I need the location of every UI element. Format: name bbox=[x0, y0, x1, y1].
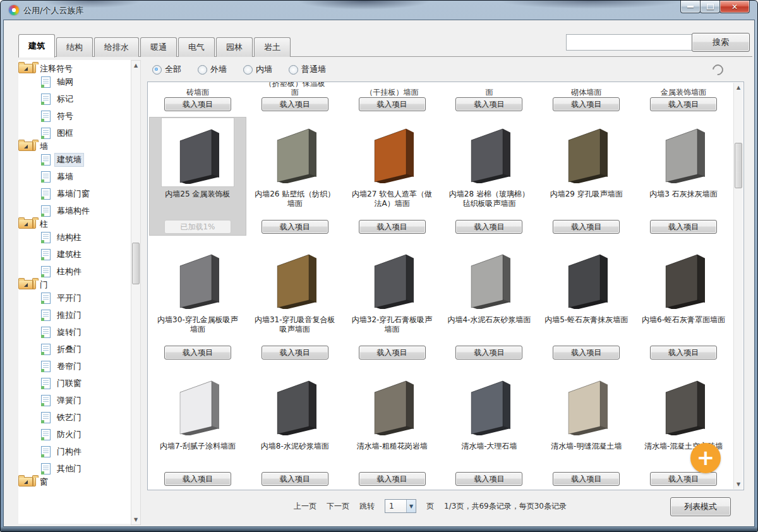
filter-option[interactable]: 内墙 bbox=[243, 64, 272, 75]
wall-thumbnail[interactable] bbox=[649, 119, 718, 184]
minimize-button[interactable] bbox=[680, 1, 701, 13]
tree-item[interactable]: 门联窗 bbox=[18, 375, 131, 392]
load-project-button[interactable]: 载入项目 bbox=[650, 472, 717, 486]
tab-item[interactable]: 园林 bbox=[216, 37, 253, 57]
wall-thumbnail[interactable] bbox=[260, 371, 330, 437]
add-button[interactable]: + bbox=[690, 443, 721, 473]
load-project-button[interactable]: 载入项目 bbox=[262, 346, 328, 360]
tree-item[interactable]: 幕墙构件 bbox=[18, 202, 131, 219]
scroll-up-icon[interactable]: ▲ bbox=[131, 61, 140, 70]
prev-page-link[interactable]: 上一页 bbox=[294, 501, 316, 512]
radio-icon[interactable] bbox=[198, 65, 207, 75]
wall-thumbnail[interactable] bbox=[260, 245, 330, 310]
family-cell[interactable]: 内墙25 金属装饰板已加载1% bbox=[150, 118, 246, 235]
tree-folder[interactable]: 窗 bbox=[18, 477, 36, 487]
load-project-button[interactable]: 载入项目 bbox=[455, 346, 522, 360]
load-project-button[interactable]: 载入项目 bbox=[262, 97, 328, 111]
tab-item[interactable]: 暖通 bbox=[140, 37, 177, 57]
radio-icon[interactable] bbox=[152, 65, 162, 75]
tree-folder[interactable]: 墙 bbox=[18, 142, 36, 151]
scroll-down-icon[interactable]: ▼ bbox=[131, 515, 140, 524]
scrollbar-thumb[interactable] bbox=[735, 143, 742, 188]
tree-item[interactable]: 推拉门 bbox=[18, 306, 131, 323]
tree-item[interactable]: 柱构件 bbox=[18, 263, 131, 280]
page-select[interactable]: 1 ▼ bbox=[385, 499, 416, 513]
wall-thumbnail[interactable] bbox=[649, 245, 718, 310]
family-cell[interactable]: （挤塑板）保温板面载入项目 bbox=[247, 83, 343, 112]
family-cell[interactable]: 金属装饰墙面载入项目 bbox=[635, 83, 731, 112]
load-project-button[interactable]: 载入项目 bbox=[262, 220, 328, 234]
family-cell[interactable]: 清水墙-大理石墙载入项目 bbox=[441, 370, 537, 487]
family-cell[interactable]: 内墙7-刮腻子涂料墙面载入项目 bbox=[150, 370, 246, 487]
tab-item[interactable]: 结构 bbox=[56, 37, 93, 57]
wall-thumbnail[interactable] bbox=[649, 371, 718, 437]
close-button[interactable]: ✕ bbox=[719, 1, 750, 13]
load-project-button[interactable]: 载入项目 bbox=[650, 97, 717, 111]
load-project-button[interactable]: 载入项目 bbox=[455, 220, 522, 234]
tree-item[interactable]: 幕墙门窗 bbox=[18, 185, 131, 202]
wall-thumbnail[interactable] bbox=[454, 119, 524, 184]
family-cell[interactable]: 内墙6-蛭石灰膏罩面墙面载入项目 bbox=[635, 243, 731, 361]
tab-item[interactable]: 给排水 bbox=[94, 37, 139, 57]
load-project-button[interactable]: 载入项目 bbox=[359, 97, 426, 111]
tree-item[interactable]: 符号 bbox=[18, 107, 131, 124]
family-cell[interactable]: 内墙3 石灰抹灰墙面载入项目 bbox=[635, 118, 731, 235]
filter-option[interactable]: 外墙 bbox=[198, 64, 227, 75]
tree-item[interactable]: 防火门 bbox=[18, 426, 131, 443]
load-project-button[interactable]: 载入项目 bbox=[262, 472, 328, 486]
load-project-button[interactable]: 载入项目 bbox=[650, 220, 717, 234]
scroll-up-icon[interactable]: ▲ bbox=[734, 83, 743, 92]
tree-item[interactable]: 建筑墙 bbox=[18, 151, 131, 168]
wall-thumbnail[interactable] bbox=[260, 119, 330, 184]
tree-item[interactable]: 轴网 bbox=[18, 73, 131, 90]
load-project-button[interactable]: 载入项目 bbox=[553, 472, 620, 486]
family-cell[interactable]: 内墙28 岩棉（玻璃棉）毡织板吸声墙面载入项目 bbox=[441, 118, 537, 235]
tree-item[interactable]: 平开门 bbox=[18, 289, 131, 306]
load-project-button[interactable]: 载入项目 bbox=[164, 346, 231, 360]
search-input[interactable] bbox=[566, 34, 692, 51]
load-project-button[interactable]: 载入项目 bbox=[455, 472, 522, 486]
tree-item[interactable]: 幕墙 bbox=[18, 168, 131, 185]
family-cell[interactable]: 内墙27 软包人造革（做法A）墙面载入项目 bbox=[344, 118, 440, 235]
load-project-button[interactable]: 载入项目 bbox=[455, 97, 522, 111]
grid-scrollbar[interactable]: ▲ ▼ bbox=[733, 83, 743, 489]
tree-item[interactable]: 结构柱 bbox=[18, 229, 131, 246]
load-project-button[interactable]: 载入项目 bbox=[359, 220, 426, 234]
family-cell[interactable]: 砌体墙面载入项目 bbox=[538, 83, 634, 112]
family-cell[interactable]: 清水墙-明缝混凝土墙载入项目 bbox=[538, 370, 634, 487]
family-cell[interactable]: 内墙29 穿孔吸声墙面载入项目 bbox=[538, 118, 634, 235]
filter-option[interactable]: 普通墙 bbox=[289, 64, 326, 75]
family-cell[interactable]: 内墙31-穿孔吸音复合板吸声墙面载入项目 bbox=[247, 243, 343, 361]
list-mode-button[interactable]: 列表模式 bbox=[670, 497, 731, 516]
family-cell[interactable]: 清水墙-粗糙花岗岩墙载入项目 bbox=[344, 370, 440, 487]
wall-thumbnail[interactable] bbox=[454, 371, 524, 437]
scroll-down-icon[interactable]: ▼ bbox=[734, 480, 743, 489]
family-cell[interactable]: 内墙32-穿孔石膏板吸声墙面载入项目 bbox=[344, 243, 440, 361]
load-project-button[interactable]: 载入项目 bbox=[553, 220, 620, 234]
expand-triangle-icon[interactable] bbox=[24, 145, 28, 148]
tree-folder[interactable]: 门 bbox=[18, 280, 36, 289]
family-cell[interactable]: 内墙30-穿孔金属板吸声墙面载入项目 bbox=[150, 243, 246, 361]
wall-thumbnail[interactable] bbox=[358, 245, 427, 310]
tree-folder[interactable]: 柱 bbox=[18, 219, 36, 229]
tree-item[interactable]: 铁艺门 bbox=[18, 409, 131, 426]
load-project-button[interactable]: 载入项目 bbox=[164, 97, 231, 111]
load-project-button[interactable]: 载入项目 bbox=[359, 472, 426, 486]
tree-item[interactable]: 图框 bbox=[18, 124, 131, 142]
maximize-button[interactable] bbox=[700, 1, 720, 13]
radio-icon[interactable] bbox=[243, 65, 253, 75]
wall-thumbnail[interactable] bbox=[358, 371, 427, 437]
load-project-button[interactable]: 载入项目 bbox=[164, 472, 231, 486]
tree-item[interactable]: 卷帘门 bbox=[18, 358, 131, 375]
family-cell[interactable]: 内墙4-水泥石灰砂浆墙面载入项目 bbox=[441, 243, 537, 361]
tree-item[interactable]: 折叠门 bbox=[18, 341, 131, 358]
family-cell[interactable]: 清水墙-混凝土空心砖墙载入项目 bbox=[635, 370, 731, 487]
family-cell[interactable]: 面载入项目 bbox=[441, 83, 537, 112]
expand-triangle-icon[interactable] bbox=[24, 222, 28, 226]
next-page-link[interactable]: 下一页 bbox=[327, 501, 349, 512]
tree-item[interactable]: 建筑柱 bbox=[18, 246, 131, 263]
tab-item[interactable]: 电气 bbox=[178, 37, 215, 57]
wall-thumbnail[interactable] bbox=[163, 371, 232, 437]
tree-item[interactable]: 弹簧门 bbox=[18, 392, 131, 409]
tab-item[interactable]: 建筑 bbox=[18, 34, 55, 57]
